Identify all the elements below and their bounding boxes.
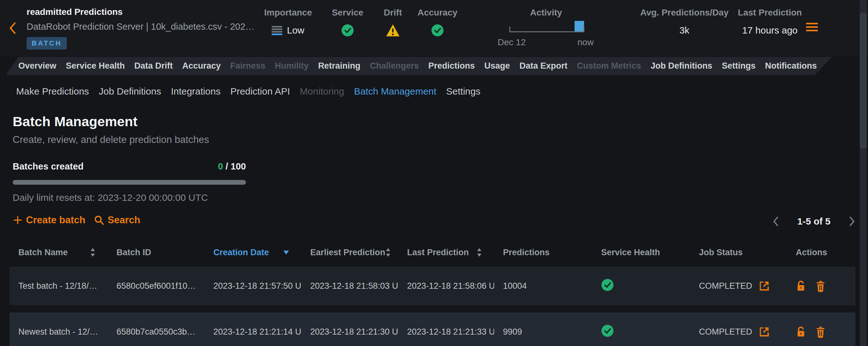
- metric-importance: Importance Low: [250, 0, 326, 56]
- metric-drift: Drift: [374, 0, 412, 56]
- importance-value: Low: [287, 25, 304, 36]
- cell-actions: [787, 280, 855, 292]
- column-header-predictions: Predictions: [494, 244, 592, 261]
- table-row[interactable]: Test batch - 12/18/…6580c05ef6001f10…202…: [9, 267, 855, 305]
- cell-batch-name: Test batch - 12/18/…: [9, 281, 107, 291]
- main-tab-data-drift[interactable]: Data Drift: [134, 61, 173, 71]
- cell-batch-id: 6580b7ca0550c3b…: [107, 327, 205, 337]
- chevron-right-icon: [849, 216, 855, 227]
- back-button[interactable]: [8, 22, 17, 36]
- cell-job-status: COMPLETED: [690, 326, 787, 338]
- cell-last-prediction: 2023-12-18 21:58:06 U: [398, 281, 494, 291]
- unlock-icon[interactable]: [796, 326, 806, 338]
- column-header-job-status: Job Status: [690, 244, 787, 261]
- main-tab-data-export[interactable]: Data Export: [520, 61, 567, 71]
- column-label: Last Prediction: [407, 248, 469, 257]
- scrollbar-track[interactable]: [860, 0, 867, 346]
- sub-tab-batch-management[interactable]: Batch Management: [354, 86, 436, 97]
- back-chevron-icon: [8, 22, 17, 35]
- column-header-batch-name[interactable]: Batch Name: [9, 244, 107, 261]
- sub-tab-make-predictions[interactable]: Make Predictions: [16, 86, 89, 97]
- sub-tab-settings[interactable]: Settings: [446, 86, 480, 97]
- deployment-menu-button[interactable]: [806, 23, 818, 31]
- create-batch-button[interactable]: Create batch: [13, 214, 86, 226]
- previous-page-button[interactable]: [772, 216, 779, 227]
- main-tab-job-definitions[interactable]: Job Definitions: [651, 61, 712, 71]
- sort-toggle-icon[interactable]: [385, 248, 391, 257]
- table-row[interactable]: Newest batch - 12/…6580b7ca0550c3b…2023-…: [9, 312, 855, 346]
- column-header-earliest-prediction[interactable]: Earliest Prediction: [301, 244, 398, 261]
- activity-range-start: Dec 12: [498, 37, 526, 47]
- sub-tab-prediction-api[interactable]: Prediction API: [230, 86, 290, 97]
- main-tab-accuracy[interactable]: Accuracy: [182, 61, 221, 71]
- search-label: Search: [107, 214, 140, 226]
- quota-label: Batches created: [13, 161, 84, 172]
- main-tab-fairness[interactable]: Fairness: [230, 61, 265, 71]
- pagination: 1-5 of 5: [772, 214, 855, 228]
- healthy-status-icon: [601, 279, 614, 291]
- next-page-button[interactable]: [849, 216, 855, 227]
- page-subtitle: Create, review, and delete prediction ba…: [13, 134, 209, 145]
- column-label: Batch ID: [117, 248, 151, 257]
- accuracy-healthy-icon: [431, 24, 444, 37]
- quota-reset-note: Daily limit resets at: 2023-12-20 00:00:…: [13, 192, 246, 203]
- cell-creation-date: 2023-12-18 21:57:50 U: [205, 281, 301, 291]
- column-label: Service Health: [601, 248, 660, 257]
- quota-separator: /: [226, 161, 228, 171]
- cell-creation-date: 2023-12-18 21:21:14 U: [205, 327, 301, 337]
- open-external-icon[interactable]: [758, 326, 770, 338]
- main-tab-overview[interactable]: Overview: [18, 61, 56, 71]
- predictions-sub-nav: Make PredictionsJob DefinitionsIntegrati…: [16, 86, 480, 97]
- cell-last-prediction: 2023-12-18 21:21:33 U: [398, 327, 494, 337]
- activity-axis: [509, 27, 584, 32]
- sub-tab-monitoring[interactable]: Monitoring: [300, 86, 344, 97]
- scrollbar-thumb[interactable]: [860, 13, 867, 149]
- metric-accuracy: Accuracy: [412, 0, 463, 56]
- metric-label: Accuracy: [412, 8, 463, 18]
- main-tab-humility[interactable]: Humility: [275, 61, 309, 71]
- sort-toggle-icon[interactable]: [90, 248, 96, 257]
- metric-label: Last Prediction: [729, 8, 811, 18]
- service-healthy-icon: [341, 24, 354, 37]
- chevron-left-icon: [772, 216, 779, 227]
- main-tab-challengers[interactable]: Challengers: [370, 61, 419, 71]
- column-header-creation-date[interactable]: Creation Date: [205, 244, 301, 261]
- table-header-row: Batch NameBatch IDCreation DateEarliest …: [9, 244, 855, 261]
- page-title: Batch Management: [13, 114, 137, 129]
- pagination-range: 1-5 of 5: [797, 216, 830, 227]
- column-header-actions: Actions: [787, 244, 855, 261]
- quota-limit: 100: [231, 161, 246, 171]
- cell-service-health: [592, 324, 690, 339]
- column-label: Predictions: [503, 248, 550, 257]
- main-tab-bar: OverviewService HealthData DriftAccuracy…: [6, 57, 833, 75]
- sub-tab-job-definitions[interactable]: Job Definitions: [99, 86, 161, 97]
- sort-toggle-icon[interactable]: [476, 248, 482, 257]
- main-tab-usage[interactable]: Usage: [484, 61, 510, 71]
- column-label: Earliest Prediction: [310, 248, 385, 257]
- open-external-icon[interactable]: [758, 280, 770, 291]
- main-tab-predictions[interactable]: Predictions: [428, 61, 475, 71]
- healthy-status-icon: [601, 324, 614, 337]
- job-status-label: COMPLETED: [699, 327, 752, 337]
- cell-actions: [787, 326, 855, 338]
- delete-icon[interactable]: [815, 326, 826, 338]
- search-button[interactable]: Search: [94, 214, 140, 226]
- cell-service-health: [592, 279, 690, 293]
- last-prediction-value: 17 hours ago: [729, 24, 811, 37]
- sub-tab-integrations[interactable]: Integrations: [171, 86, 221, 97]
- cell-earliest-prediction: 2023-12-18 21:58:03 U: [301, 281, 398, 291]
- unlock-icon[interactable]: [796, 280, 806, 292]
- main-tab-custom-metrics[interactable]: Custom Metrics: [577, 61, 641, 71]
- main-tab-notifications[interactable]: Notifications: [765, 61, 817, 71]
- column-label: Creation Date: [213, 248, 269, 257]
- main-tab-settings[interactable]: Settings: [722, 61, 755, 71]
- main-tab-retraining[interactable]: Retraining: [318, 61, 361, 71]
- delete-icon[interactable]: [815, 280, 826, 292]
- column-header-last-prediction[interactable]: Last Prediction: [398, 244, 494, 261]
- sort-desc-icon[interactable]: [283, 250, 289, 255]
- cell-batch-id: 6580c05ef6001f10…: [107, 281, 205, 291]
- batch-quota: Batches created 0/100 Daily limit resets…: [13, 161, 246, 203]
- deployment-title-block: readmitted Predictions DataRobot Predict…: [27, 7, 254, 50]
- main-tab-service-health[interactable]: Service Health: [66, 61, 125, 71]
- column-label: Job Status: [699, 248, 743, 257]
